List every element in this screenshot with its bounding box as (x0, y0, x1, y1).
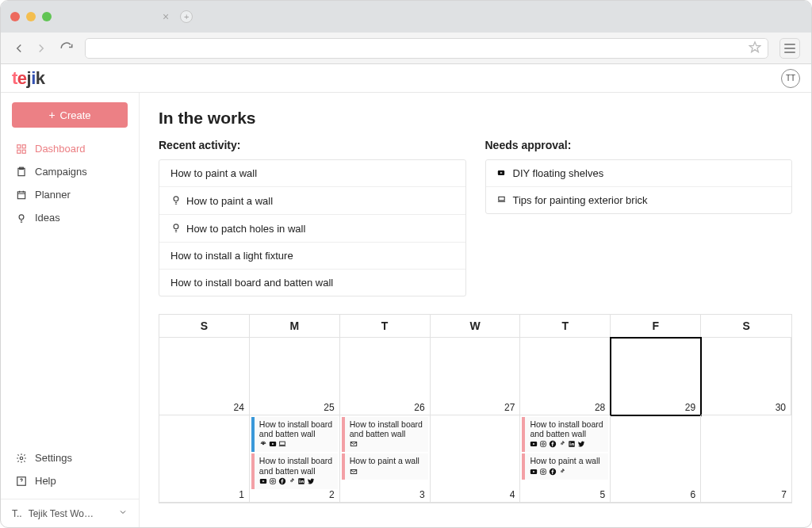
event-title: How to paint a wall (530, 456, 605, 465)
calendar-event[interactable]: How to install board and batten wall (342, 417, 428, 452)
calendar-event[interactable]: How to install board and batten wall (251, 417, 338, 452)
calendar-cell[interactable]: 1 (159, 415, 250, 503)
svg-rect-15 (498, 197, 504, 201)
forward-button[interactable] (34, 41, 48, 55)
calendar-cell[interactable]: 24 (159, 338, 250, 415)
calendar-event[interactable]: How to install board and batten wall (251, 453, 338, 488)
approval-item[interactable]: Tips for painting exterior brick (486, 187, 792, 213)
window-minimize[interactable] (26, 12, 36, 21)
calendar-cell[interactable]: 7 (701, 415, 791, 503)
calendar-event[interactable]: How to paint a wall (342, 453, 428, 479)
sidebar-item-label: Planner (35, 189, 71, 201)
back-button[interactable] (12, 41, 26, 55)
page-title: In the works (159, 109, 792, 128)
traffic-lights (10, 12, 52, 21)
sidebar-item-campaigns[interactable]: Campaigns (1, 160, 139, 183)
calendar-event[interactable]: How to paint a wall (522, 453, 608, 479)
twitter-icon (577, 440, 585, 450)
tiktok-icon (558, 440, 566, 450)
calendar-day-header: T (520, 315, 611, 337)
window-close[interactable] (10, 12, 20, 21)
podcast-icon (259, 440, 267, 450)
svg-point-37 (570, 442, 571, 443)
calendar-cell[interactable]: 28 (520, 338, 611, 415)
browser-tab-bar: × + (1, 1, 811, 33)
sidebar-item-label: Ideas (35, 212, 60, 224)
event-title: How to paint a wall (350, 456, 425, 465)
calendar-cell[interactable]: 29 (611, 338, 701, 415)
recent-activity-heading: Recent activity: (159, 139, 466, 151)
event-title: How to install board and batten wall (259, 419, 335, 438)
new-tab-button[interactable]: + (180, 10, 193, 23)
needs-approval-heading: Needs approval: (485, 139, 793, 151)
svg-rect-7 (17, 191, 25, 198)
approval-item[interactable]: DIY floating shelves (486, 160, 792, 187)
recent-activity-item[interactable]: How to install a light fixture (159, 243, 465, 270)
calendar-day-number: 3 (419, 489, 425, 500)
needs-approval-list: DIY floating shelvesTips for painting ex… (485, 159, 793, 214)
sidebar-item-help[interactable]: Help (1, 469, 139, 492)
workspace-selector[interactable]: T.. Tejik Test Wo… (1, 499, 139, 527)
recent-activity-item[interactable]: How to paint a wall (159, 160, 465, 187)
calendar-day-number: 30 (776, 402, 786, 413)
sidebar-item-settings[interactable]: Settings (1, 446, 139, 469)
approval-label: Tips for painting exterior brick (513, 194, 648, 206)
twitter-icon (307, 477, 315, 487)
bulb-icon (15, 212, 28, 224)
approval-label: DIY floating shelves (513, 167, 604, 179)
calendar-day-header: F (611, 315, 701, 337)
calendar-cell[interactable]: How to install board and batten wallHow … (250, 415, 340, 503)
bulb-icon (170, 222, 182, 235)
window-maximize[interactable] (42, 12, 52, 21)
sidebar-item-dashboard[interactable]: Dashboard (1, 137, 139, 160)
activity-label: How to paint a wall (186, 195, 273, 207)
calendar-cell[interactable]: 26 (340, 338, 431, 415)
calendar-event[interactable]: How to install board and batten wall (522, 417, 608, 452)
calendar-day-number: 5 (600, 489, 606, 500)
recent-activity-item[interactable]: How to paint a wall (159, 187, 465, 215)
linkedin-icon (568, 440, 576, 450)
reload-button[interactable] (59, 41, 74, 55)
tiktok-icon (288, 477, 296, 487)
bulb-icon (170, 194, 182, 207)
calendar-cell[interactable]: How to install board and batten wallHow … (520, 415, 611, 503)
recent-activity-item[interactable]: How to install board and batten wall (159, 270, 465, 296)
linkedin-icon (297, 477, 305, 487)
event-channel-icons (350, 440, 425, 450)
calendar: SMTWTFS 242526272829301How to install bo… (159, 314, 792, 503)
facebook-icon (278, 477, 286, 487)
calendar-cell[interactable]: How to install board and batten wallHow … (340, 415, 431, 503)
sidebar-item-label: Dashboard (35, 143, 86, 155)
user-avatar[interactable]: TT (781, 69, 800, 88)
calendar-cell[interactable]: 25 (250, 338, 340, 415)
calendar-cell[interactable]: 30 (701, 338, 791, 415)
recent-activity-item[interactable]: How to patch holes in wall (159, 215, 465, 243)
calendar-day-number: 29 (685, 402, 695, 413)
grid-icon (15, 143, 28, 155)
calendar-cell[interactable]: 27 (431, 338, 521, 415)
svg-rect-32 (541, 442, 546, 447)
browser-menu-button[interactable] (779, 38, 800, 59)
calendar-day-number: 7 (781, 489, 787, 500)
tab-close-icon[interactable]: × (163, 10, 169, 23)
svg-marker-0 (749, 42, 760, 52)
svg-point-16 (262, 443, 264, 445)
create-button-label: Create (60, 109, 91, 121)
bookmark-star-icon[interactable] (749, 40, 761, 55)
address-bar[interactable] (85, 38, 768, 59)
calendar-cell[interactable]: 6 (611, 415, 701, 503)
calendar-day-number: 25 (324, 402, 334, 413)
svg-point-9 (20, 457, 23, 460)
activity-label: How to install a light fixture (170, 250, 293, 262)
calendar-day-number: 4 (510, 489, 515, 500)
activity-label: How to patch holes in wall (186, 223, 305, 235)
svg-rect-1 (17, 144, 21, 147)
app-logo[interactable]: tejik (12, 68, 45, 89)
main-content: In the works Recent activity: How to pai… (140, 93, 811, 527)
create-button[interactable]: + Create (12, 102, 128, 128)
svg-point-12 (174, 224, 178, 229)
calendar-cell[interactable]: 4 (431, 415, 521, 503)
sidebar-item-ideas[interactable]: Ideas (1, 206, 139, 229)
svg-rect-26 (299, 480, 300, 483)
sidebar-item-planner[interactable]: Planner (1, 183, 139, 206)
